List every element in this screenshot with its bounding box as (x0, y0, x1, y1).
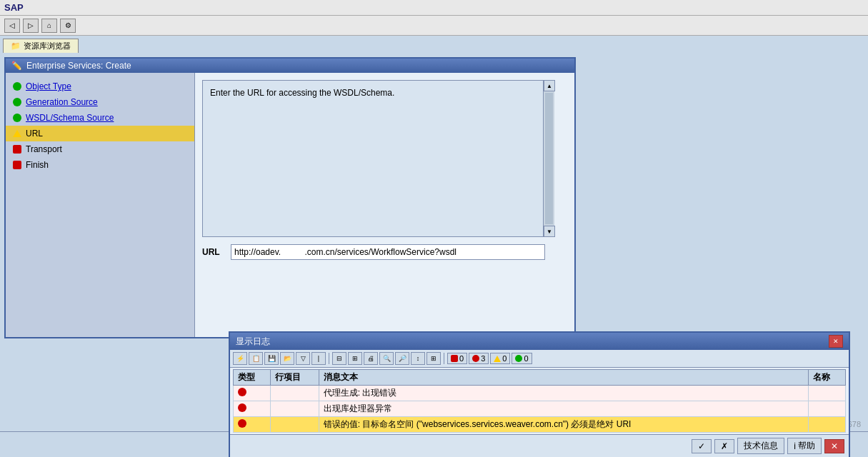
nav-item-wsdl-source[interactable]: WSDL/Schema Source (6, 110, 194, 126)
nav-link-generation-source[interactable]: Generation Source (26, 97, 98, 107)
log-close-x-btn[interactable]: ✕ (824, 439, 844, 453)
log-dialog: 显示日志 ✕ ⚡ 📋 💾 📂 ▽ | ⊟ ⊞ 🖨 🔍 🔎 ↕ ⊞ 0 (229, 331, 850, 457)
warn-num: 0 (502, 354, 507, 363)
log-tool-4[interactable]: 📂 (280, 352, 294, 365)
log-tool-6[interactable]: | (311, 352, 326, 365)
es-dialog: ✏️ Enterprise Services: Create Object Ty… (4, 57, 576, 338)
error-stop-count: 0 (447, 353, 467, 364)
right-panel: Enter the URL for accessing the WSDL/Sch… (195, 73, 574, 337)
warn-count: 0 (490, 353, 510, 364)
log-tool-8[interactable]: ⊞ (348, 352, 362, 365)
nav-label-transport: Transport (26, 144, 62, 154)
toolbar-divider-1 (329, 353, 329, 364)
log-tool-9[interactable]: 🖨 (364, 352, 378, 365)
forward-toolbar-btn[interactable]: ▷ (23, 19, 39, 33)
app-title: SAP (4, 2, 24, 13)
log-tool-12[interactable]: ↕ (411, 352, 425, 365)
error-dot-2 (238, 403, 246, 412)
log-tool-11[interactable]: 🔎 (395, 352, 409, 365)
nav-label-finish: Finish (26, 160, 49, 170)
info-num: 0 (524, 354, 528, 363)
log-tool-13[interactable]: ⊞ (426, 352, 441, 365)
nav-status-green-1 (13, 82, 21, 91)
nav-item-url[interactable]: URL (6, 126, 194, 141)
scroll-up-arrow[interactable]: ▲ (544, 80, 555, 91)
nav-label-url: URL (26, 129, 43, 139)
nav-status-green-2 (13, 98, 21, 106)
nav-status-green-3 (13, 114, 21, 122)
info-count: 0 (512, 353, 532, 364)
log-row-2-msg: 出现库处理器异常 (319, 401, 809, 417)
scroll-down-arrow[interactable]: ▼ (544, 226, 555, 237)
url-label: URL (202, 247, 224, 257)
warn-triangle-icon (494, 356, 501, 362)
scroll-thumb[interactable] (545, 93, 553, 224)
log-row-2-type (234, 401, 271, 417)
log-tool-5[interactable]: ▽ (296, 352, 310, 365)
es-dialog-body: Object Type Generation Source WSDL/Schem… (6, 73, 574, 337)
error-count: 3 (469, 353, 489, 364)
col-row: 行项目 (270, 370, 319, 386)
log-row-3-msg: 错误的值: 目标命名空间 ("webservices.services.weav… (319, 417, 809, 433)
col-message: 消息文本 (319, 370, 809, 386)
vertical-scrollbar[interactable]: ▲ ▼ (543, 80, 554, 237)
log-row-2-name (809, 401, 846, 417)
home-toolbar-btn[interactable]: ⌂ (41, 19, 57, 33)
log-row-1-msg: 代理生成: 出现错误 (319, 386, 809, 401)
log-confirm-btn[interactable]: ✓ (692, 439, 712, 453)
log-help-btn[interactable]: i 帮助 (787, 438, 822, 454)
log-row-3: 错误的值: 目标命名空间 ("webservices.services.weav… (234, 417, 846, 433)
url-input[interactable] (231, 244, 545, 260)
es-dialog-title: ✏️ Enterprise Services: Create (6, 59, 574, 73)
back-toolbar-btn[interactable]: ◁ (4, 19, 20, 33)
nav-item-generation-source[interactable]: Generation Source (6, 94, 194, 110)
error-num: 3 (481, 354, 485, 363)
content-area: Enter the URL for accessing the WSDL/Sch… (202, 80, 554, 237)
content-wrapper: Enter the URL for accessing the WSDL/Sch… (202, 80, 554, 237)
log-tech-info-btn[interactable]: 技术信息 (737, 438, 784, 454)
log-tool-7[interactable]: ⊟ (332, 352, 346, 365)
top-bar: SAP (0, 0, 868, 16)
left-nav: Object Type Generation Source WSDL/Schem… (6, 73, 195, 337)
help-label: 帮助 (798, 440, 815, 452)
log-close-btn[interactable]: ✕ (829, 335, 843, 348)
nav-item-transport[interactable]: Transport (6, 141, 194, 157)
log-tool-2[interactable]: 📋 (249, 352, 263, 365)
error-dot-1 (238, 388, 246, 396)
nav-link-object-type[interactable]: Object Type (26, 81, 71, 91)
log-actions: ✓ ✗ 技术信息 i 帮助 ✕ (230, 434, 849, 457)
info-dot (515, 355, 522, 362)
log-table: 类型 行项目 消息文本 名称 代理生成: 出现错误 (233, 369, 846, 433)
stop-count: 0 (459, 354, 464, 363)
nav-status-yellow (13, 130, 21, 137)
log-row-1-num (270, 386, 319, 401)
log-row-3-num (270, 417, 319, 433)
tab-resource-browser[interactable]: 📁 资源库浏览器 (3, 39, 79, 53)
log-tool-1[interactable]: ⚡ (233, 352, 247, 365)
log-cross-btn[interactable]: ✗ (714, 439, 734, 453)
log-row-1: 代理生成: 出现错误 (234, 386, 846, 401)
settings-toolbar-btn[interactable]: ⚙ (60, 19, 76, 33)
error-dot-3 (238, 419, 246, 428)
es-dialog-title-icon: ✏️ (11, 61, 22, 71)
log-toolbar: ⚡ 📋 💾 📂 ▽ | ⊟ ⊞ 🖨 🔍 🔎 ↕ ⊞ 0 3 (230, 350, 849, 368)
stop-icon (451, 355, 458, 362)
tab-bar: 📁 资源库浏览器 (0, 36, 868, 53)
log-tool-10[interactable]: 🔍 (379, 352, 394, 365)
log-tool-3[interactable]: 💾 (264, 352, 279, 365)
log-title-text: 显示日志 (236, 336, 270, 348)
nav-status-red-1 (13, 145, 21, 154)
nav-status-red-2 (13, 161, 21, 169)
log-row-1-type (234, 386, 271, 401)
log-row-2-num (270, 401, 319, 417)
toolbar: ◁ ▷ ⌂ ⚙ (0, 16, 868, 36)
log-row-3-name (809, 417, 846, 433)
col-name: 名称 (809, 370, 846, 386)
error-dot (472, 355, 479, 362)
nav-link-wsdl-source[interactable]: WSDL/Schema Source (26, 113, 114, 123)
nav-item-finish[interactable]: Finish (6, 157, 194, 173)
tab-icon: 📁 (11, 41, 21, 51)
instruction-text: Enter the URL for accessing the WSDL/Sch… (210, 88, 394, 98)
toolbar-divider-2 (444, 353, 444, 364)
nav-item-object-type[interactable]: Object Type (6, 79, 194, 94)
